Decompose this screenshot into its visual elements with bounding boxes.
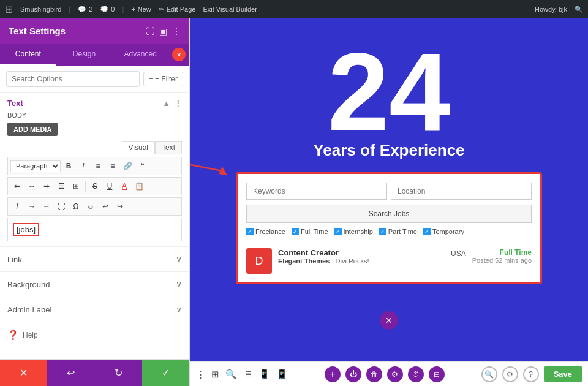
- red-arrow-annotation: [190, 131, 238, 186]
- close-section-button[interactable]: ✕: [380, 311, 398, 330]
- underline-button[interactable]: U: [103, 180, 116, 193]
- vb-tablet-icon[interactable]: 📱: [258, 369, 270, 380]
- paragraph-select[interactable]: Paragraph: [10, 160, 61, 172]
- admin-label-section[interactable]: Admin Label ∨: [0, 297, 189, 322]
- vb-phone-icon[interactable]: 📱: [276, 369, 288, 380]
- jobs-widget: Search Jobs ✓ Freelance ✓ Full Time ✓ In…: [236, 172, 542, 284]
- admin-bar-bubbles[interactable]: 💭 0: [100, 6, 115, 13]
- editor-tab-visual[interactable]: Visual: [122, 141, 155, 154]
- filter-freelance: ✓ Freelance: [246, 228, 285, 235]
- parttime-checkbox[interactable]: ✓: [379, 228, 386, 235]
- comments-icon: 💬: [78, 6, 86, 13]
- ok-button[interactable]: ✓: [142, 360, 189, 386]
- text-section-header: Text ▲ ⋮: [0, 93, 189, 112]
- vb-bottom-center: + ⏻ 🗑 ⚙ ⏱ ⊟: [325, 366, 445, 382]
- cancel-button[interactable]: ✕: [0, 360, 47, 386]
- italic3-button[interactable]: I: [10, 200, 24, 213]
- ol-button[interactable]: ≡: [106, 159, 119, 173]
- stats-button[interactable]: ⊟: [429, 366, 445, 382]
- align-right-button[interactable]: ➡: [40, 180, 53, 193]
- close-sidebar-button[interactable]: ✕: [172, 48, 186, 61]
- outdent-button[interactable]: ←: [40, 200, 53, 213]
- add-module-button[interactable]: +: [325, 366, 341, 382]
- collapse-icon[interactable]: ▲: [162, 99, 170, 108]
- settings-button[interactable]: ⚙: [387, 366, 403, 382]
- special-char-button[interactable]: Ω: [69, 200, 83, 213]
- redo-action-button[interactable]: ↻: [95, 360, 142, 386]
- internship-checkbox[interactable]: ✓: [334, 228, 342, 235]
- redo-button[interactable]: ↪: [113, 200, 127, 213]
- help-section[interactable]: ❓ Help: [0, 322, 189, 348]
- vb-search-icon[interactable]: 🔍: [225, 369, 237, 380]
- tab-design[interactable]: Design: [56, 44, 113, 66]
- search-input[interactable]: [6, 71, 140, 87]
- undo-action-button[interactable]: ↩: [47, 360, 94, 386]
- vb-bottom-right: 🔍 ⚙ ? Save: [481, 366, 582, 382]
- blockquote-button[interactable]: ❝: [135, 159, 149, 173]
- background-section[interactable]: Background ∨: [0, 271, 189, 297]
- temporary-checkbox[interactable]: ✓: [423, 228, 431, 235]
- indent-button[interactable]: →: [25, 200, 39, 213]
- strikethrough-button[interactable]: S: [88, 180, 102, 193]
- fullscreen-button[interactable]: ⛶: [55, 200, 68, 213]
- italic-button[interactable]: I: [77, 159, 90, 173]
- section-more-icon[interactable]: ⋮: [174, 99, 182, 108]
- add-media-button[interactable]: ADD MEDIA: [7, 123, 58, 136]
- undo-button[interactable]: ↩: [99, 200, 112, 213]
- job-location: USA: [451, 248, 466, 258]
- plus-icon: +: [131, 6, 135, 13]
- job-right: Full Time Posted 52 mins ago: [472, 248, 532, 264]
- admin-bar-edit-page[interactable]: ✏ Edit Page: [159, 6, 196, 13]
- link-chevron-icon: ∨: [176, 254, 182, 264]
- vb-help-circle[interactable]: ?: [523, 366, 539, 382]
- time-button[interactable]: ⏱: [408, 366, 424, 382]
- vb-bottom-bar: ⋮ ⊞ 🔍 🖥 📱 📱 + ⏻ 🗑 ⚙ ⏱ ⊟ 🔍 ⚙ ? Save: [190, 361, 588, 386]
- admin-bar-exit-vb[interactable]: Exit Visual Builder: [203, 6, 257, 13]
- main-layout: Text Settings ⛶ ▣ ⋮ Content Design Advan…: [0, 18, 588, 386]
- toolbar-row-3: I → ← ⛶ Ω ☺ ↩ ↪: [7, 197, 182, 216]
- vb-settings-circle[interactable]: ⚙: [502, 366, 518, 382]
- vb-search-circle[interactable]: 🔍: [481, 366, 497, 382]
- sidebar: Text Settings ⛶ ▣ ⋮ Content Design Advan…: [0, 18, 190, 386]
- wp-logo-icon[interactable]: ⊞: [5, 4, 13, 15]
- power-button[interactable]: ⏻: [345, 366, 361, 382]
- align-justify-button[interactable]: ☰: [55, 180, 68, 193]
- filter-button[interactable]: + + Filter: [143, 72, 183, 86]
- vb-desktop-icon[interactable]: 🖥: [243, 369, 252, 379]
- keywords-input[interactable]: [246, 183, 387, 200]
- align-left-button[interactable]: ⬅: [10, 180, 24, 193]
- link-section[interactable]: Link ∨: [0, 246, 189, 271]
- editor-tab-text[interactable]: Text: [155, 141, 182, 154]
- search-jobs-button[interactable]: Search Jobs: [246, 205, 532, 223]
- years-tagline: Years of Experience: [313, 141, 464, 160]
- admin-bar-new[interactable]: + New: [131, 6, 151, 13]
- tab-content[interactable]: Content: [0, 44, 56, 66]
- trash-button[interactable]: 🗑: [366, 366, 382, 382]
- sidebar-search-bar: + + Filter: [0, 66, 189, 93]
- location-input[interactable]: [391, 183, 532, 200]
- align-center-button[interactable]: ↔: [25, 180, 39, 193]
- vb-menu-icon[interactable]: ⋮: [196, 369, 205, 380]
- admin-bar-site[interactable]: Smushingbird: [20, 6, 61, 13]
- ul-button[interactable]: ≡: [91, 159, 105, 173]
- editor-area[interactable]: [jobs]: [7, 218, 182, 241]
- admin-bar-comments[interactable]: 💬 2: [78, 6, 92, 13]
- vb-grid-icon[interactable]: ⊞: [211, 369, 219, 380]
- table-button[interactable]: ⊞: [69, 180, 83, 193]
- sidebar-bottom-bar: ✕ ↩ ↻ ✓: [0, 359, 189, 386]
- freelance-checkbox[interactable]: ✓: [246, 228, 254, 235]
- emoji-button[interactable]: ☺: [84, 200, 97, 213]
- columns-icon[interactable]: ▣: [159, 26, 167, 36]
- fulltime-checkbox[interactable]: ✓: [292, 228, 299, 235]
- paste-button[interactable]: 📋: [132, 180, 146, 193]
- filter-internship: ✓ Internship: [334, 228, 373, 235]
- link-button[interactable]: 🔗: [121, 159, 134, 173]
- save-button[interactable]: Save: [544, 366, 582, 382]
- bold-button[interactable]: B: [62, 159, 75, 173]
- text-section-label: Text: [7, 99, 23, 108]
- expand-icon[interactable]: ⛶: [146, 26, 154, 36]
- admin-bar-search-icon[interactable]: 🔍: [575, 6, 583, 13]
- more-icon[interactable]: ⋮: [172, 26, 181, 36]
- color-button[interactable]: A: [118, 180, 131, 193]
- tab-advanced[interactable]: Advanced: [112, 44, 168, 66]
